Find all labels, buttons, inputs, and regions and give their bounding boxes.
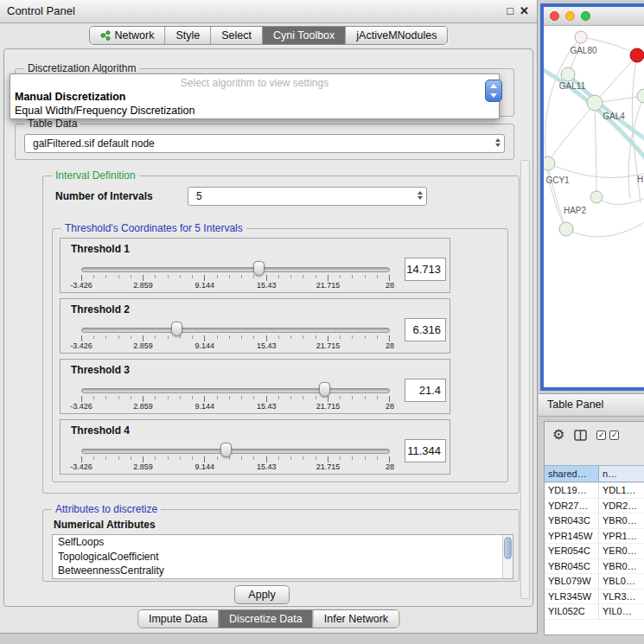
- list-scrollbar-thumb[interactable]: [504, 537, 512, 559]
- table-row[interactable]: YDL19…YDL1…: [545, 483, 644, 499]
- float-window-icon[interactable]: □: [507, 0, 513, 22]
- column-header-shared-name[interactable]: shared…: [545, 466, 599, 481]
- network-node[interactable]: [559, 222, 573, 236]
- combobox-spinner-icon[interactable]: [418, 191, 423, 200]
- threshold-3-slider[interactable]: -3.426 2.859 9.144 15.43 21.715 28: [81, 360, 390, 415]
- cell[interactable]: YPR1…: [599, 529, 644, 544]
- tick-label: 15.43: [257, 462, 277, 471]
- group-title: Threshold's Coordinates for 5 Intervals: [61, 222, 246, 234]
- threshold-4-slider[interactable]: -3.426 2.859 9.144 15.43 21.715 28: [81, 420, 390, 475]
- slider-thumb[interactable]: [253, 261, 265, 276]
- cell[interactable]: YLR3…: [599, 590, 644, 604]
- row-select-icons: ✓ ✓: [596, 430, 619, 440]
- slider-major-ticks: [81, 335, 391, 341]
- combobox-spinner-icon[interactable]: [495, 138, 501, 147]
- select-checkbox-icon[interactable]: ✓: [609, 430, 619, 440]
- table-row[interactable]: YBR045CYBR0…: [545, 559, 644, 575]
- cell[interactable]: YDR27…: [545, 499, 599, 513]
- threshold-value-field[interactable]: 14.713: [405, 258, 446, 281]
- cell[interactable]: YBR0…: [599, 559, 644, 574]
- node-label: GAL80: [570, 46, 597, 55]
- traffic-light-zoom-icon[interactable]: [581, 11, 590, 21]
- network-node[interactable]: [590, 191, 603, 203]
- tab-jactivemnodules[interactable]: jActiveMNodules: [345, 27, 447, 44]
- tab-label: Cyni Toolbox: [273, 29, 335, 41]
- cell[interactable]: YER054C: [545, 544, 599, 558]
- tick-label: 9.144: [195, 462, 215, 471]
- network-node[interactable]: [561, 67, 575, 81]
- column-selector-icon[interactable]: [574, 430, 587, 441]
- cell[interactable]: YDR2…: [599, 499, 644, 513]
- threshold-value-field[interactable]: 6.316: [405, 318, 446, 341]
- column-header-name[interactable]: n…: [599, 466, 644, 481]
- cell[interactable]: YIL0…: [599, 604, 644, 619]
- table-row[interactable]: YDR27…YDR2…: [545, 499, 644, 514]
- tab-network[interactable]: Network: [90, 27, 165, 44]
- tab-impute-data[interactable]: Impute Data: [138, 610, 218, 628]
- threshold-1-slider[interactable]: -3.426 2.859 9.144 15.43 21.715 28: [81, 239, 390, 294]
- close-window-icon[interactable]: ✕: [520, 0, 529, 22]
- table-row[interactable]: YBL079WYBL0…: [545, 574, 644, 590]
- threshold-panel-3: Threshold 3 -3.426 2.859 9.144 15.43 21.…: [60, 359, 450, 414]
- tick-label: 21.715: [316, 402, 341, 411]
- dropdown-option-equal-width-frequency[interactable]: Equal Width/Frequency Discretization: [15, 105, 194, 117]
- gear-icon[interactable]: ⚙: [552, 428, 564, 442]
- cell[interactable]: YBL079W: [545, 574, 599, 589]
- cell[interactable]: YDL1…: [599, 483, 644, 498]
- table-body: YDL19…YDL1… YDR27…YDR2… YBR043CYBR0… YPR…: [545, 483, 644, 634]
- network-node[interactable]: [587, 95, 603, 111]
- cell[interactable]: YDL19…: [545, 483, 599, 498]
- tick-label: 15.43: [257, 281, 277, 290]
- slider-track[interactable]: [81, 388, 390, 393]
- threshold-value-field[interactable]: 11.344: [405, 439, 446, 462]
- threshold-value-field[interactable]: 21.4: [405, 379, 446, 402]
- network-node[interactable]: [575, 31, 587, 43]
- select-all-checkbox-icon[interactable]: ✓: [596, 430, 606, 440]
- network-node[interactable]: [637, 89, 644, 103]
- num-intervals-combobox[interactable]: 5: [188, 187, 427, 206]
- list-item[interactable]: SelfLoops: [53, 535, 513, 550]
- selected-node[interactable]: [630, 48, 644, 62]
- tab-cyni-toolbox[interactable]: Cyni Toolbox: [262, 27, 345, 44]
- table-row[interactable]: YLR345WYLR3…: [545, 590, 644, 605]
- tab-style[interactable]: Style: [164, 27, 210, 44]
- traffic-light-close-icon[interactable]: [550, 11, 559, 21]
- list-item[interactable]: TopologicalCoefficient: [53, 550, 513, 564]
- slider-track[interactable]: [81, 449, 390, 454]
- cell[interactable]: YBR043C: [545, 513, 599, 528]
- control-panel-titlebar: Control Panel □ ✕: [0, 0, 537, 23]
- cell[interactable]: YPR145W: [545, 529, 599, 544]
- list-item[interactable]: BetweennessCentrality: [53, 564, 513, 578]
- network-canvas[interactable]: GAL80 GAL11 GAL4 GCY1 HAP2 H: [544, 26, 644, 386]
- node-label: HAP2: [564, 206, 587, 215]
- panel-scrollbar[interactable]: [520, 160, 530, 599]
- table-row[interactable]: YIL052CYIL0…: [545, 604, 644, 620]
- table-row[interactable]: YPR145WYPR1…: [545, 529, 644, 545]
- cell[interactable]: YBL0…: [599, 574, 644, 589]
- tab-label: Network: [115, 29, 155, 41]
- cell[interactable]: YBR045C: [545, 559, 599, 574]
- cell[interactable]: YBR0…: [599, 513, 644, 528]
- slider-thumb[interactable]: [171, 322, 182, 336]
- network-node[interactable]: [544, 156, 555, 170]
- apply-button[interactable]: Apply: [234, 585, 290, 604]
- traffic-light-minimize-icon[interactable]: [565, 11, 575, 21]
- cell[interactable]: YER0…: [599, 544, 644, 558]
- table-row[interactable]: YBR043CYBR0…: [545, 513, 644, 529]
- cell[interactable]: YIL052C: [545, 604, 599, 619]
- cell[interactable]: YLR345W: [545, 590, 599, 604]
- table-data-combobox[interactable]: galFiltered.sif default node: [24, 134, 505, 153]
- list-scrollbar[interactable]: [502, 535, 513, 578]
- tick-label: 2.859: [133, 341, 153, 350]
- combobox-arrows-button[interactable]: [485, 80, 502, 102]
- table-row[interactable]: YER054CYER0…: [545, 544, 644, 559]
- tab-discretize-data[interactable]: Discretize Data: [218, 610, 313, 628]
- dropdown-option-manual-discretization[interactable]: Manual Discretization: [15, 91, 126, 103]
- slider-thumb[interactable]: [319, 382, 330, 397]
- slider-track[interactable]: [81, 328, 390, 333]
- tab-infer-network[interactable]: Infer Network: [313, 610, 399, 628]
- tab-select[interactable]: Select: [210, 27, 262, 44]
- threshold-2-slider[interactable]: -3.426 2.859 9.144 15.43 21.715 28: [81, 299, 390, 354]
- slider-thumb[interactable]: [220, 443, 232, 457]
- slider-track[interactable]: [81, 267, 390, 272]
